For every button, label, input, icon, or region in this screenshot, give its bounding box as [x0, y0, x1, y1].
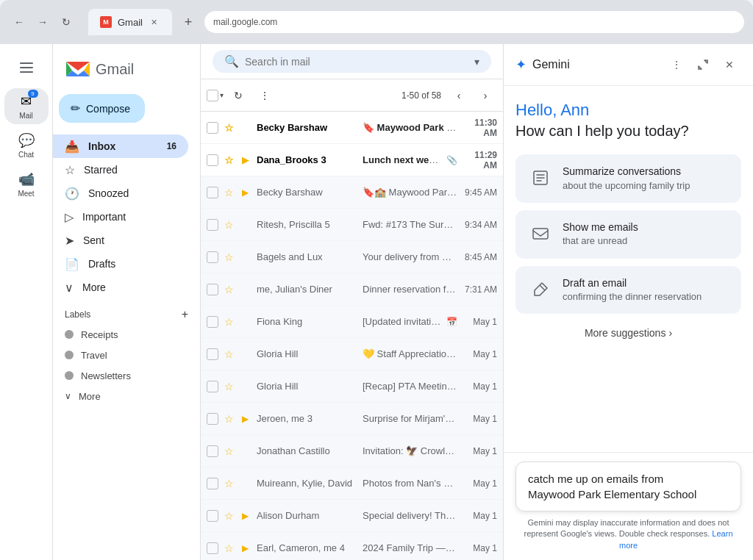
important-marker: ▶ [242, 155, 254, 165]
star-icon[interactable]: ☆ [224, 251, 239, 263]
nav-item-inbox[interactable]: 📥 Inbox 16 [53, 134, 188, 158]
select-chevron[interactable]: ▾ [220, 91, 224, 99]
star-icon[interactable]: ☆ [224, 187, 239, 198]
star-icon[interactable]: ☆ [224, 445, 239, 457]
compose-label: Compose [86, 103, 130, 115]
summarize-text: Summarize conversations about the upcomi… [563, 165, 729, 193]
search-bar[interactable]: 🔍 ▾ [213, 50, 491, 73]
search-filter-icon[interactable]: ▾ [474, 56, 479, 68]
next-page-button[interactable]: › [474, 84, 497, 107]
star-icon[interactable]: ☆ [224, 316, 239, 328]
sidebar-item-mail[interactable]: ✉ 9 Mail [4, 88, 49, 124]
table-row[interactable]: ☆ Becky Barshaw 🔖 Maywood Park Elementar… [201, 112, 503, 144]
email-checkbox[interactable] [207, 284, 218, 295]
table-row[interactable]: ☆ ▶ Alison Durham Special delivery! This… [201, 500, 503, 532]
forward-button[interactable]: → [32, 12, 53, 32]
gemini-more-button[interactable]: ⋮ [665, 53, 688, 76]
table-row[interactable]: ☆ me, Julian's Diner Dinner reservation … [201, 273, 503, 306]
gemini-close-button[interactable]: ✕ [718, 53, 741, 76]
email-checkbox[interactable] [207, 542, 218, 554]
email-checkbox[interactable] [207, 251, 218, 263]
email-checkbox[interactable] [207, 510, 218, 522]
table-row[interactable]: ☆ Gloria Hill 💛 Staff Appreciation Week … [201, 338, 503, 370]
label-newsletters[interactable]: Newsletters [53, 365, 188, 386]
email-list-area: 🔍 ▾ ▾ ↻ ⋮ 1-50 of 58 ‹ › [200, 44, 503, 560]
email-checkbox[interactable] [207, 154, 218, 166]
email-checkbox[interactable] [207, 122, 218, 134]
table-row[interactable]: ☆ Muireann, Kylie, David Photos from Nan… [201, 467, 503, 500]
gemini-expand-button[interactable] [691, 53, 715, 76]
star-icon[interactable]: ☆ [224, 284, 239, 295]
add-label-button[interactable]: + [182, 308, 188, 321]
table-row[interactable]: ☆ ▶ Earl, Cameron, me 4 2024 Family Trip… [201, 532, 503, 560]
email-checkbox[interactable] [207, 478, 218, 489]
gmail-logo-icon [65, 56, 91, 82]
star-icon[interactable]: ☆ [224, 413, 239, 425]
table-row[interactable]: ☆ ▶ Dana_Brooks 3 Lunch next week? — Tha… [201, 144, 503, 176]
email-checkbox[interactable] [207, 316, 218, 328]
table-row[interactable]: ☆ Ritesh, Priscilla 5 Fwd: #173 The Surp… [201, 209, 503, 241]
mail-icon: ✉ 9 [18, 93, 35, 110]
star-icon[interactable]: ☆ [224, 348, 239, 360]
prev-page-button[interactable]: ‹ [447, 84, 471, 107]
star-icon[interactable]: ☆ [224, 154, 239, 166]
select-all-checkbox[interactable] [207, 90, 218, 101]
email-checkbox[interactable] [207, 413, 218, 425]
chat-label: Chat [18, 151, 34, 159]
label-receipts[interactable]: Receipts [53, 324, 188, 345]
unread-main: Show me emails [563, 220, 729, 235]
nav-item-sent[interactable]: ➤ Sent [53, 229, 188, 252]
star-icon[interactable]: ☆ [224, 510, 239, 522]
email-checkbox[interactable] [207, 219, 218, 231]
table-row[interactable]: ☆ ▶ Jeroen, me 3 Surprise for Mirjam's B… [201, 403, 503, 435]
sidebar-item-meet[interactable]: 📹 Meet [4, 166, 49, 202]
table-row[interactable]: ☆ Bagels and Lux Your delivery from Bage… [201, 241, 503, 273]
label-travel[interactable]: Travel [53, 345, 188, 365]
draft-main: Draft an email [563, 276, 729, 291]
gemini-input-area[interactable]: catch me up on emails fromMaywood Park E… [515, 462, 741, 511]
star-icon[interactable]: ☆ [224, 219, 239, 231]
refresh-emails-button[interactable]: ↻ [226, 84, 250, 107]
email-checkbox[interactable] [207, 348, 218, 360]
star-icon[interactable]: ☆ [224, 478, 239, 489]
table-row[interactable]: ☆ Jonathan Castillo Invitation: 🦅 Crowle… [201, 435, 503, 467]
back-button[interactable]: ← [9, 12, 29, 32]
address-bar[interactable]: mail.google.com [204, 11, 744, 33]
nav-item-more[interactable]: ∨ More [53, 276, 188, 299]
star-icon[interactable]: ☆ [224, 381, 239, 392]
email-rows: ☆ Becky Barshaw 🔖 Maywood Park Elementar… [201, 112, 503, 560]
email-checkbox[interactable] [207, 381, 218, 392]
nav-item-drafts[interactable]: 📄 Drafts [53, 252, 188, 276]
refresh-button[interactable]: ↻ [56, 12, 76, 32]
nav-item-snoozed[interactable]: 🕐 Snoozed [53, 182, 188, 205]
sent-icon: ➤ [65, 234, 74, 248]
browser-tab[interactable]: M Gmail ✕ [88, 9, 172, 35]
more-suggestions-button[interactable]: More suggestions › [515, 321, 741, 345]
email-sender: Bagels and Lux [257, 251, 360, 262]
new-tab-button[interactable]: + [178, 12, 199, 32]
star-icon[interactable]: ☆ [224, 122, 239, 134]
more-options-button[interactable]: ⋮ [253, 84, 276, 107]
icon-bar: ✉ 9 Mail 💬 Chat 📹 Meet [0, 44, 53, 560]
newsletters-label: Newsletters [81, 370, 131, 381]
search-input[interactable] [245, 56, 468, 68]
suggestion-draft[interactable]: Draft an email confirming the dinner res… [515, 266, 741, 315]
suggestion-unread[interactable]: Show me emails that are unread [515, 210, 741, 259]
suggestion-summarize[interactable]: Summarize conversations about the upcomi… [515, 154, 741, 203]
important-icon: ▷ [65, 210, 74, 224]
email-checkbox[interactable] [207, 187, 218, 198]
label-more[interactable]: ∨ More [53, 386, 188, 406]
nav-item-starred[interactable]: ☆ Starred [53, 158, 188, 182]
table-row[interactable]: ☆ Gloria Hill [Recap] PTA Meeting: May 1… [201, 370, 503, 403]
nav-item-important[interactable]: ▷ Important [53, 205, 188, 229]
table-row[interactable]: ☆ Fiona King [Updated invitation] Summer… [201, 306, 503, 338]
select-all-area[interactable]: ▾ [207, 90, 224, 101]
compose-button[interactable]: ✏ Compose [59, 94, 145, 123]
hamburger-button[interactable] [12, 53, 41, 82]
email-checkbox[interactable] [207, 445, 218, 457]
more-labels-chevron: ∨ [65, 391, 71, 401]
star-icon[interactable]: ☆ [224, 542, 239, 554]
sidebar-item-chat[interactable]: 💬 Chat [4, 127, 49, 163]
table-row[interactable]: ☆ ▶ Becky Barshaw 🔖🏫 Maywood Park Elemen… [201, 176, 503, 209]
tab-close-button[interactable]: ✕ [149, 16, 160, 28]
